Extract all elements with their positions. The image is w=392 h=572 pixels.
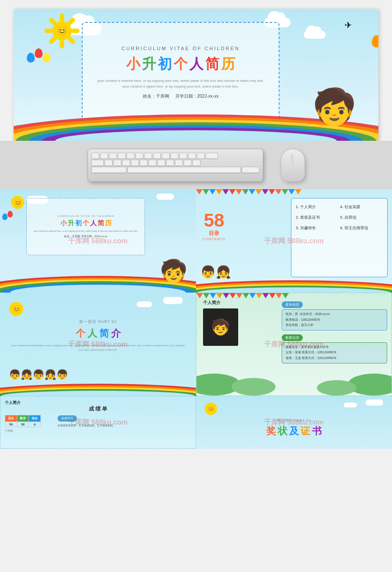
basic-info-section: 性别：男 出生年月：2020.xx.xx 联系电话：13512345678 所在…: [282, 309, 387, 330]
part01-label: 第一部分 PART 01 个 人 简 介 your content is ent…: [0, 319, 196, 352]
grade-math: 98: [17, 422, 29, 427]
sun-face: 😊: [52, 21, 72, 40]
contents-label: 目录: [203, 230, 225, 237]
teacher-comment-tag: 老师评语 在班级表现优秀，文字描述如此。文字描述如此。: [58, 413, 123, 427]
awards-part-label: 第二部分 PART 02: [196, 418, 392, 423]
boy-sm: 🧒: [160, 258, 187, 284]
plane-icon: ✈: [345, 20, 352, 30]
title-char-5: 人: [189, 55, 203, 74]
basic-info-tag: 基本信息: [282, 301, 303, 308]
sun-awards: 😊: [203, 400, 220, 418]
slides-grid: 😊 CURRICULUM VITAE OF CHILDREN 小 升 初 个 人…: [0, 189, 392, 396]
keyboard: [87, 149, 263, 182]
cloud-part01-1: [163, 297, 183, 304]
content-box-sm: CURRICULUM VITAE OF CHILDREN 小 升 初 个 人 简…: [26, 198, 145, 255]
title-char-1: 小: [126, 55, 140, 74]
grade-level: 三年级: [5, 429, 41, 433]
main-slide-container: 😊 ✈ CURRICULUM VITAE OF CHILDREN 小 升 初 个: [14, 9, 378, 141]
mouse: [281, 149, 305, 182]
sun: 😊: [47, 15, 77, 46]
contents-item-3: 3. 兴趣特长: [296, 224, 338, 233]
contents-item-2: 2. 奖状及证书: [296, 213, 338, 222]
rainbow-part01: [0, 378, 196, 396]
slide-subtitle: CURRICULUM VITAE OF CHILDREN: [121, 46, 240, 51]
contents-box: 1. 个人简介 4. 社会实践 2. 奖状及证书 5. 自荐信 3. 兴趣特长 …: [291, 198, 388, 277]
part01-title: 个 人 简 介: [0, 327, 196, 340]
slide-grades: 个人简介 成 绩 单 语文 数学 综合 98 98 A 三年级 老师评语 在班级…: [0, 396, 196, 449]
grades-table-container: 语文 数学 综合 98 98 A 三年级: [5, 413, 41, 433]
contents-item-4: 4. 社会实践: [340, 203, 383, 212]
contents-number: 58: [203, 211, 225, 230]
cloud-part01-2: [137, 301, 152, 307]
pennants-top: [196, 189, 392, 194]
pennants-profile: [196, 293, 392, 298]
title-char-3: 初: [158, 55, 172, 74]
slide-cover-small: 😊 CURRICULUM VITAE OF CHILDREN 小 升 初 个 人…: [0, 189, 196, 293]
grade-chinese: 98: [5, 422, 17, 427]
slide-info: 姓名：千库网 开学日期：2022-xx-xx: [143, 93, 219, 99]
cloud-3: [304, 31, 326, 39]
student-image: 🧒: [203, 308, 238, 346]
grades-table: 语文 数学 综合 98 98 A: [5, 415, 41, 427]
sm-title-zh: 小 升 初 个 人 简 历: [60, 219, 112, 227]
title-char-6: 简: [205, 55, 219, 74]
slide-awards: 😊 第二部分 PART 02 奖 状 及 证 书 千库网 588ku.com: [196, 396, 392, 449]
main-slide: 😊 ✈ CURRICULUM VITAE OF CHILDREN 小 升 初 个: [14, 9, 378, 141]
title-char-7: 历: [221, 55, 235, 74]
hills-profile: [196, 380, 392, 396]
family-info-tag: 家庭信息: [282, 334, 303, 341]
rainbow-sm-2: [196, 275, 392, 293]
awards-title: 奖 状 及 证 书: [196, 425, 392, 438]
cloud-sm-2: [156, 194, 174, 200]
profile-info-box: 基本信息 性别：男 出生年月：2020.xx.xx 联系电话：135123456…: [282, 300, 387, 366]
profile-section-title: 个人简介: [203, 300, 221, 306]
contents-label-en: CONTENTS: [203, 237, 225, 241]
contents-item-5: 5. 自荐信: [340, 213, 383, 222]
slide-desc: your content is entered here, or by copy…: [98, 78, 264, 90]
title-char-4: 个: [174, 55, 188, 74]
sun-part01: 😊: [7, 299, 26, 319]
boy-character: 🧒: [312, 86, 356, 128]
cloud-awards-2: [344, 403, 357, 407]
contents-item-1: 1. 个人简介: [296, 203, 338, 212]
keyboard-area: [0, 141, 392, 189]
grades-subsection: 成 绩 单: [0, 405, 196, 413]
contents-left: 58 目录 CONTENTS: [203, 211, 225, 241]
slide-part01: 😊 第一部分 PART 01 个 人 简 介 your content is e…: [0, 293, 196, 396]
slide-contents: 58 目录 CONTENTS 1. 个人简介 4. 社会实践 2. 奖状及证书 …: [196, 189, 392, 293]
grade-composite: A: [29, 422, 41, 427]
slide-title-chinese: 小 升 初 个 人 简 历: [126, 55, 235, 74]
title-char-2: 升: [142, 55, 156, 74]
contents-list: 1. 个人简介 4. 社会实践 2. 奖状及证书 5. 自荐信 3. 兴趣特长 …: [296, 203, 383, 232]
slide-profile: 个人简介 🧒 基本信息 性别：男 出生年月：2020.xx.xx 联系电话：13…: [196, 293, 392, 396]
cloud-awards-1: [366, 400, 383, 406]
family-info-section: 家庭住址：某市某区某路XXX号 父亲：张某 联系方式：13512345678 母…: [282, 342, 387, 363]
sun-sm: 😊: [9, 194, 26, 211]
contents-item-6: 6. 班主任推荐信: [340, 224, 383, 233]
bottom-slides: 个人简介 成 绩 单 语文 数学 综合 98 98 A 三年级 老师评语 在班级…: [0, 396, 392, 451]
